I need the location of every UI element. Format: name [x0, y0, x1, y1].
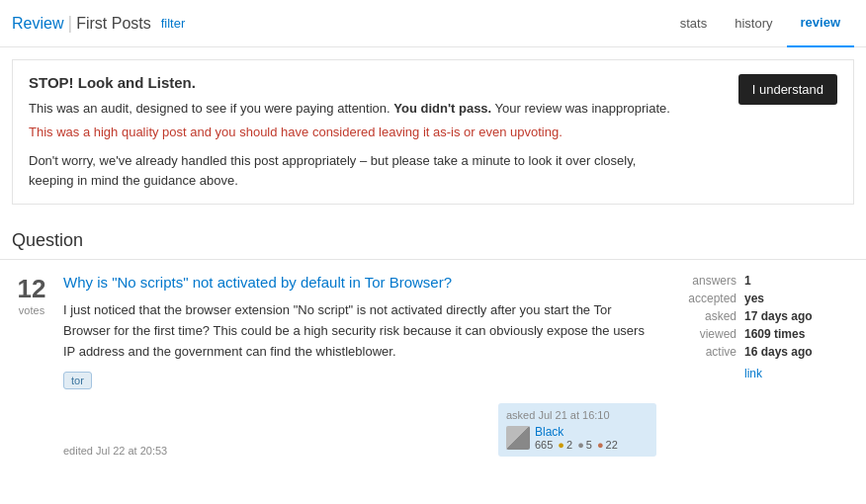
audit-line1-end: Your review was inappropriate.	[495, 101, 670, 116]
stat-label-active: active	[672, 345, 736, 359]
stat-row-viewed: viewed 1609 times	[672, 327, 854, 341]
badge-silver-icon: ●	[577, 439, 584, 451]
understand-button[interactable]: I understand	[738, 74, 837, 105]
edited-info: edited Jul 22 at 20:53	[63, 445, 167, 457]
header-nav: stats history review	[666, 0, 854, 47]
stat-label-viewed: viewed	[672, 327, 736, 341]
stat-label-asked: asked	[672, 309, 736, 323]
question-title-link[interactable]: Why is "No scripts" not activated by def…	[63, 274, 656, 291]
stat-row-answers: answers 1	[672, 274, 854, 288]
badge-bronze-count: 22	[606, 439, 618, 451]
stat-value-accepted: yes	[744, 292, 764, 305]
tags-list: tor	[63, 372, 656, 389]
stat-label-accepted: accepted	[672, 292, 736, 305]
stat-value-viewed: 1609 times	[744, 327, 805, 341]
section-title: First Posts	[76, 15, 151, 33]
stat-value-asked: 17 days ago	[744, 309, 813, 323]
question-section-heading: Question	[0, 216, 866, 260]
review-link[interactable]: Review	[12, 15, 63, 33]
stat-row-accepted: accepted yes	[672, 292, 854, 305]
audit-line1: This was an audit, designed to see if yo…	[29, 99, 837, 119]
audit-line4: keeping in mind the guidance above.	[29, 171, 837, 191]
vote-label: votes	[19, 304, 44, 316]
stat-row-active: active 16 days ago	[672, 345, 854, 359]
user-badges: 665 ●2 ●5 ●22	[535, 439, 618, 451]
votes-col: 12 votes	[12, 274, 51, 457]
question-area: 12 votes Why is "No scripts" not activat…	[0, 260, 866, 470]
post-meta: edited Jul 22 at 20:53 asked Jul 21 at 1…	[63, 403, 656, 457]
user-name[interactable]: Black	[535, 425, 618, 439]
asked-card: asked Jul 21 at 16:10 Black 665 ●2 ●5 ●2…	[498, 403, 656, 457]
user-info: Black 665 ●2 ●5 ●22	[535, 425, 618, 451]
nav-stats[interactable]: stats	[666, 0, 721, 47]
badge-gold-icon: ●	[558, 439, 564, 451]
asked-label: asked Jul 21 at 16:10	[506, 409, 649, 421]
link-spacer	[672, 367, 736, 380]
audit-line1-normal: This was an audit, designed to see if yo…	[29, 101, 390, 116]
audit-line1-bold: You didn't pass.	[393, 101, 491, 116]
user-rep: 665	[535, 439, 553, 451]
tag-tor[interactable]: tor	[63, 372, 92, 389]
audit-title: STOP! Look and Listen.	[29, 74, 837, 91]
avatar	[506, 426, 530, 450]
audit-line2: This was a high quality post and you sho…	[29, 123, 837, 142]
header: Review | First Posts filter stats histor…	[0, 0, 866, 47]
asked-user-row: Black 665 ●2 ●5 ●22	[506, 425, 649, 451]
header-divider: |	[67, 13, 72, 34]
question-left: 12 votes Why is "No scripts" not activat…	[12, 274, 656, 457]
nav-review[interactable]: review	[787, 0, 854, 47]
badge-bronze-icon: ●	[597, 439, 604, 451]
audit-line3: Don't worry, we've already handled this …	[29, 151, 837, 171]
stat-value-active: 16 days ago	[744, 345, 813, 359]
header-left: Review | First Posts filter	[12, 13, 185, 34]
stat-value-answers: 1	[744, 274, 751, 288]
stat-row-asked: asked 17 days ago	[672, 309, 854, 323]
question-sidebar: answers 1 accepted yes asked 17 days ago…	[656, 274, 854, 457]
stat-label-answers: answers	[672, 274, 736, 288]
badge-gold-count: 2	[566, 439, 572, 451]
filter-link[interactable]: filter	[161, 16, 186, 31]
audit-box: STOP! Look and Listen. This was an audit…	[12, 59, 854, 205]
nav-history[interactable]: history	[721, 0, 786, 47]
link-row: link	[672, 367, 854, 380]
question-body: I just noticed that the browser extensio…	[63, 300, 656, 362]
badge-silver-count: 5	[586, 439, 592, 451]
question-content: Why is "No scripts" not activated by def…	[63, 274, 656, 457]
vote-count: 12	[18, 274, 46, 304]
link-item[interactable]: link	[744, 367, 762, 380]
